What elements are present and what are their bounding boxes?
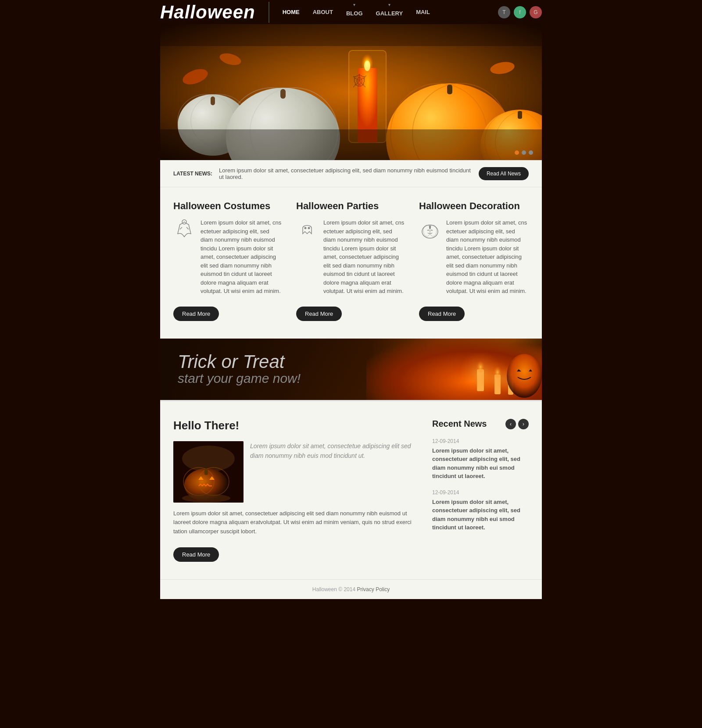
- footer: Halloween © 2014 Privacy Policy: [160, 579, 542, 599]
- trick-treat-banner: Trick or Treat start your game now!: [160, 339, 542, 400]
- pumpkin-photo: [173, 441, 244, 503]
- trick-treat-subtitle: start your game now!: [178, 371, 301, 386]
- nav-blog[interactable]: ▾ BLOG: [346, 8, 363, 17]
- nav-gallery[interactable]: ▾ GALLERY: [376, 8, 403, 17]
- slider-dots: [515, 150, 533, 155]
- svg-rect-35: [429, 225, 431, 229]
- recent-news-block: Recent News ‹ › 12-09-2014 Lorem ipsum d…: [432, 419, 529, 562]
- news-date-2: 12-09-2014: [432, 489, 529, 496]
- trick-treat-text: Trick or Treat start your game now!: [178, 353, 301, 386]
- bottom-section: Hello There!: [160, 400, 542, 579]
- svg-text:🕸: 🕸: [353, 74, 366, 88]
- parties-text: Lorem ipsum dolor sit amet, cns ectetuer…: [323, 218, 406, 296]
- news-nav-arrows: ‹ ›: [505, 419, 529, 429]
- costumes-title: Halloween Costumes: [173, 200, 283, 212]
- costumes-content: Lorem ipsum dolor sit amet, cns ectetuer…: [173, 218, 283, 296]
- ghost-icon: [296, 218, 318, 240]
- decoration-read-more[interactable]: Read More: [419, 307, 465, 321]
- costumes-text: Lorem ipsum dolor sit amet, cns ectetuer…: [201, 218, 283, 296]
- parties-content: Lorem ipsum dolor sit amet, cns ectetuer…: [296, 218, 406, 296]
- svg-line-28: [180, 227, 182, 229]
- news-text-1: Lorem ipsum dolor sit amet, consectetuer…: [432, 446, 529, 481]
- svg-point-47: [182, 446, 235, 472]
- svg-point-15: [364, 61, 370, 71]
- slider-dot-1[interactable]: [515, 150, 519, 155]
- decoration-content: Lorem ipsum dolor sit amet, cns ectetuer…: [419, 218, 529, 296]
- hero-illustration: 🕸: [160, 24, 542, 160]
- recent-news-item-2: 12-09-2014 Lorem ipsum dolor sit amet, c…: [432, 489, 529, 532]
- googleplus-icon[interactable]: G: [530, 6, 542, 18]
- nav-home[interactable]: HOME: [283, 9, 300, 15]
- svg-rect-25: [160, 129, 542, 160]
- nav-mail[interactable]: MAIL: [416, 9, 430, 15]
- hello-read-more[interactable]: Read More: [173, 547, 219, 562]
- hello-body: Lorem ipsum dolor sit amet, consectetuer…: [173, 509, 415, 536]
- slider-dot-3[interactable]: [529, 150, 533, 155]
- main-nav: HOME ABOUT ▾ BLOG ▾ GALLERY MAIL: [283, 8, 498, 17]
- slider-dot-2[interactable]: [522, 150, 526, 155]
- feature-decoration: Halloween Decoration Lorem ipsum dolor s…: [419, 200, 529, 321]
- news-ticker-label: LATEST NEWS:: [173, 171, 212, 177]
- svg-rect-24: [518, 111, 522, 119]
- feature-costumes: Halloween Costumes Lorem ipsum dolor sit…: [173, 200, 283, 321]
- svg-point-45: [507, 354, 542, 398]
- costumes-read-more[interactable]: Read More: [173, 307, 219, 321]
- svg-point-31: [308, 227, 310, 229]
- privacy-policy-link[interactable]: Privacy Policy: [357, 586, 390, 592]
- news-text-2: Lorem ipsum dolor sit amet, consectetuer…: [432, 498, 529, 532]
- news-prev-arrow[interactable]: ‹: [505, 419, 516, 429]
- decoration-text: Lorem ipsum dolor sit amet, cns ectetuer…: [446, 218, 529, 296]
- hello-intro: Lorem ipsum dolor sit amet, consectetue …: [250, 441, 415, 503]
- parties-title: Halloween Parties: [296, 200, 406, 212]
- svg-rect-11: [280, 89, 286, 99]
- svg-rect-7: [211, 96, 215, 105]
- svg-point-54: [182, 494, 230, 503]
- hero-slider: 🕸: [160, 24, 542, 160]
- parties-read-more[interactable]: Read More: [296, 307, 342, 321]
- news-ticker-text: Lorem ipsum dolor sit amet, consectetuer…: [219, 167, 472, 180]
- twitter-icon[interactable]: T: [498, 6, 510, 18]
- pumpkin-icon: [419, 218, 441, 240]
- recent-news-item-1: 12-09-2014 Lorem ipsum dolor sit amet, c…: [432, 438, 529, 481]
- read-all-news-button[interactable]: Read All News: [479, 167, 529, 180]
- trick-treat-title: Trick or Treat: [178, 353, 301, 371]
- svg-line-29: [186, 227, 189, 229]
- recent-news-title: Recent News: [432, 419, 487, 429]
- svg-rect-20: [447, 85, 452, 94]
- hello-content: Lorem ipsum dolor sit amet, consectetue …: [173, 441, 415, 503]
- recent-news-header: Recent News ‹ ›: [432, 419, 529, 429]
- svg-rect-26: [160, 24, 542, 46]
- news-ticker: LATEST NEWS: Lorem ipsum dolor sit amet,…: [160, 160, 542, 187]
- hero-image: 🕸: [160, 24, 542, 160]
- hello-image: [173, 441, 244, 503]
- facebook-icon[interactable]: f: [514, 6, 526, 18]
- social-icons: T f G: [498, 6, 542, 18]
- costume-icon: [173, 218, 195, 240]
- svg-rect-53: [204, 469, 208, 475]
- svg-point-30: [304, 227, 307, 229]
- news-next-arrow[interactable]: ›: [518, 419, 529, 429]
- news-date-1: 12-09-2014: [432, 438, 529, 444]
- feature-parties: Halloween Parties Lorem ipsum dolor sit …: [296, 200, 406, 321]
- hello-block: Hello There!: [173, 419, 415, 562]
- footer-text: Halloween © 2014: [312, 586, 355, 592]
- site-logo[interactable]: Halloween: [160, 2, 269, 23]
- decoration-title: Halloween Decoration: [419, 200, 529, 212]
- features-section: Halloween Costumes Lorem ipsum dolor sit…: [160, 187, 542, 339]
- nav-about[interactable]: ABOUT: [313, 9, 333, 15]
- candle-lights-illustration: [375, 339, 542, 400]
- hello-title: Hello There!: [173, 419, 415, 432]
